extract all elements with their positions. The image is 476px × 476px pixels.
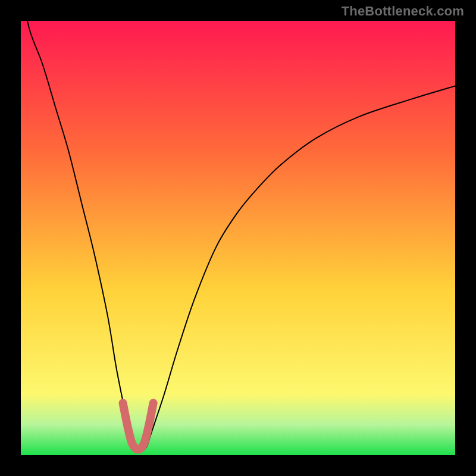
- bottleneck-curve: [21, 0, 455, 452]
- curve-layer: [21, 21, 455, 455]
- minimum-marker: [123, 403, 154, 449]
- plot-area: [21, 21, 455, 455]
- chart-frame: TheBottleneck.com: [0, 0, 476, 476]
- watermark-text: TheBottleneck.com: [342, 4, 464, 19]
